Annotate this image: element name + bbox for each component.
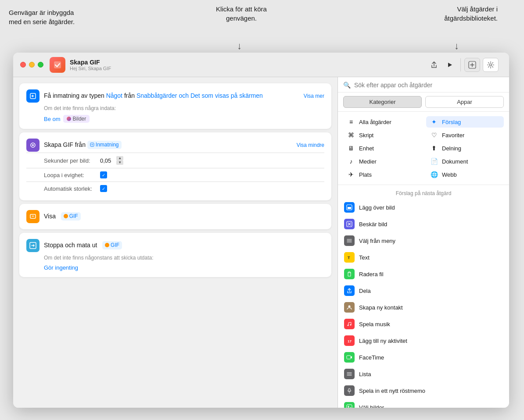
suggestion-spela-in-rostmemo[interactable]: Spela in ett nytt röstmemo [338, 382, 509, 399]
loopa-checkbox[interactable]: ✓ [100, 171, 107, 178]
run-button[interactable] [443, 58, 457, 72]
suggestion-text[interactable]: T Text [338, 249, 509, 266]
search-bar: 🔍 [338, 77, 509, 93]
action2-separator1 [26, 153, 324, 153]
cat-forslag-icon: ✦ [430, 118, 438, 125]
suggestion-beskär-bild[interactable]: Beskär bild [338, 216, 509, 232]
action4-gif-tag[interactable]: GIF [102, 241, 122, 249]
action2-loopa-row: Loopa i evighet: ✓ [44, 169, 324, 181]
content-area: Få inmatning av typen Något från Snabbåt… [13, 77, 509, 408]
sekunder-stepper[interactable]: ▲ ▼ [116, 156, 123, 165]
annotation-arrow-center: ↓ [237, 40, 242, 52]
sugg-aktivitet-icon: 17 [344, 335, 355, 346]
sugg-skapa-kontakt-icon [344, 302, 355, 313]
right-toolbar [464, 58, 502, 72]
suggestion-spela-musik[interactable]: Spela musik [338, 316, 509, 332]
cat-medier[interactable]: ♪ Medier [343, 156, 421, 167]
action1-highlight1[interactable]: Något [106, 92, 122, 99]
settings-button[interactable] [483, 58, 499, 72]
cat-forslag-label: Förslag [442, 119, 461, 125]
suggestion-valj-bilder[interactable]: Välj bilder [338, 399, 509, 408]
gif-dot-icon [64, 214, 68, 218]
action3-gif-tag[interactable]: GIF [61, 212, 81, 221]
action2-sekunder-row: Sekunder per bild: 0,05 ▲ ▼ [44, 154, 324, 167]
cat-forslag[interactable]: ✦ Förslag [426, 116, 504, 128]
action4-subtitle: Om det inte finns någonstans att skicka … [44, 255, 324, 261]
action2-separator3 [26, 182, 324, 182]
svg-point-20 [348, 406, 349, 407]
sugg-valj-fran-meny-icon [344, 235, 355, 246]
action1-visa-mer[interactable]: Visa mer [304, 93, 324, 99]
action-card-3: Visa GIF [19, 204, 331, 229]
action1-subtitle: Om det inte finns några indata: [44, 105, 324, 111]
svg-rect-19 [347, 405, 352, 408]
window-title: Skapa GIF [70, 59, 111, 66]
cat-enhet-icon: 🖥 [347, 145, 355, 152]
action2-icon [26, 139, 39, 152]
add-action-button[interactable] [464, 58, 480, 72]
sugg-text-icon: T [344, 252, 355, 263]
filter-tabs: Kategorier Appar [338, 93, 509, 112]
suggestion-facetime[interactable]: FaceTime [338, 349, 509, 366]
suggestion-radera-fil[interactable]: Radera fil [338, 266, 509, 282]
suggestion-valj-bilder-label: Välj bilder [359, 404, 384, 408]
action1-title-pre: Få inmatning av typen [44, 92, 104, 99]
cat-favoriter[interactable]: ♡ Favoriter [426, 129, 504, 141]
gif-dot2-icon [105, 243, 109, 247]
suggestion-valj-fran-meny-label: Välj från meny [359, 238, 395, 244]
action2-inmatning[interactable]: Inmatning [87, 141, 122, 149]
suggestion-valj-fran-meny[interactable]: Välj från meny [338, 232, 509, 249]
sugg-beskar-bild-icon [344, 219, 355, 229]
traffic-lights [20, 62, 43, 68]
stepper-up[interactable]: ▲ [116, 156, 123, 160]
action2-header: Skapa GIF från Inmatning Visa mindre [26, 139, 324, 152]
suggestion-lagg-over-bild[interactable]: Lägg över bild [338, 199, 509, 216]
action3-icon [26, 210, 39, 223]
suggestion-dela[interactable]: Dela [338, 282, 509, 299]
stepper-down[interactable]: ▼ [116, 160, 123, 165]
cat-medier-label: Medier [359, 158, 377, 165]
sugg-spela-musik-icon [344, 319, 355, 329]
share-button[interactable] [427, 58, 441, 72]
cat-delning[interactable]: ⬆ Delning [426, 142, 504, 154]
action4-action-label[interactable]: Gör ingenting [44, 264, 78, 271]
action1-bilder-tag[interactable]: Bilder [63, 115, 90, 123]
action3-gif-label: GIF [69, 213, 78, 220]
action1-icon [26, 89, 39, 103]
cat-alla-atgarder[interactable]: ≡ Alla åtgärder [343, 116, 421, 128]
svg-point-5 [32, 144, 34, 146]
bilder-icon [67, 117, 71, 121]
action2-visa-mindre[interactable]: Visa mindre [297, 142, 324, 148]
minimize-button[interactable] [29, 62, 35, 68]
action4-title-pre: Stoppa och mata ut [44, 242, 97, 249]
action1-ask-label[interactable]: Be om [44, 116, 61, 122]
action4-action-row: Gör ingenting [44, 264, 324, 271]
titlebar-divider [460, 58, 461, 71]
annotation-left: Genvägar är inbyggda med en serie åtgärd… [9, 8, 88, 26]
action-card-1: Få inmatning av typen Något från Snabbåt… [19, 83, 331, 129]
suggestion-skapa-ny-kontakt[interactable]: Skapa ny kontakt [338, 299, 509, 316]
tab-appar[interactable]: Appar [425, 96, 504, 108]
action1-highlight2[interactable]: Snabbåtgärder och Det som visas på skärm… [136, 92, 263, 99]
annotation-center: Klicka för att köra genvägen. [206, 4, 276, 23]
action2-title: Skapa GIF från Inmatning [44, 141, 122, 149]
cat-dokument[interactable]: 📄 Dokument [426, 156, 504, 167]
storlek-checkbox[interactable]: ✓ [100, 185, 107, 192]
cat-plats[interactable]: ✈ Plats [343, 169, 421, 180]
search-input[interactable] [354, 82, 504, 89]
cat-skript[interactable]: ⌘ Skript [343, 129, 421, 141]
title-info: Skapa GIF Hej Siri, Skapa GIF [70, 59, 111, 71]
annotation-right: Välj åtgärder i åtgärdsbiblioteket. [410, 4, 498, 23]
close-button[interactable] [20, 62, 26, 68]
cat-webb[interactable]: 🌐 Webb [426, 169, 504, 180]
suggestion-lista[interactable]: Lista [338, 366, 509, 382]
category-grid: ≡ Alla åtgärder ✦ Förslag ⌘ Skript ♡ Fav… [338, 112, 509, 185]
suggestion-lagg-till-aktivitet[interactable]: 17 Lägg till ny aktivitet [338, 332, 509, 349]
action1-ask-row: Be om Bilder [44, 115, 324, 123]
maximize-button[interactable] [38, 62, 43, 68]
svg-rect-17 [347, 356, 351, 359]
action3-title-pre: Visa [44, 213, 56, 220]
cat-enhet[interactable]: 🖥 Enhet [343, 142, 421, 154]
tab-kategorier[interactable]: Kategorier [343, 96, 422, 108]
action2-title-pre: Skapa GIF från [44, 141, 86, 148]
